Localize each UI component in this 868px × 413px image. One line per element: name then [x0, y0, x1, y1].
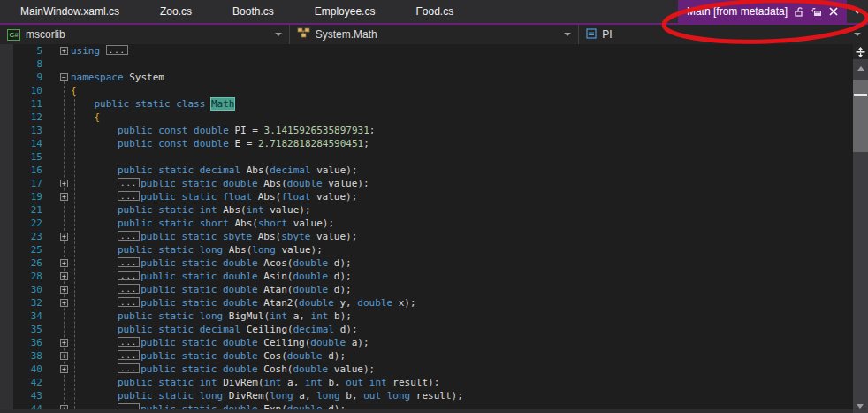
expand-region-icon[interactable]: + [60, 352, 68, 360]
keep-open-icon[interactable] [811, 7, 822, 17]
line-number: 10 [0, 84, 43, 97]
tab-mainwindow-xaml-cs[interactable]: MainWindow.xaml.cs [0, 0, 140, 23]
code-text: public static int Abs(int value); [71, 203, 311, 217]
type-dropdown[interactable]: System.Math [290, 25, 580, 44]
scroll-up-arrow-icon[interactable] [857, 66, 864, 71]
code-line: 42 public static int DivRem(int a, int b… [0, 376, 868, 389]
expand-region-icon[interactable]: + [60, 47, 68, 55]
line-number: 12 [0, 111, 43, 124]
collapsed-comment-box[interactable]: ... [118, 363, 140, 373]
line-number: 23 [0, 230, 43, 243]
tab-food-cs[interactable]: Food.cs [395, 0, 474, 23]
code-text: public static int DivRem(int a, int b, o… [71, 376, 439, 389]
active-tab-label: Math [from metadata] [687, 5, 788, 18]
expand-region-icon[interactable]: + [60, 272, 68, 280]
line-number: 32 [0, 296, 43, 310]
expand-region-icon[interactable]: + [60, 339, 68, 347]
collapsed-region-box[interactable]: ... [106, 45, 128, 55]
code-line: 40+ ...public static double Cosh(double … [0, 363, 868, 376]
code-text: using ... [71, 44, 129, 57]
code-lines: 5+using ...89−namespace System10{11 publ… [0, 44, 868, 413]
expand-region-icon[interactable]: + [60, 180, 68, 187]
code-text: ...public static double Acos(double d); [71, 256, 352, 270]
expand-region-icon[interactable]: + [60, 299, 68, 307]
navigation-bar: C# mscorlib System.Math [0, 23, 868, 44]
csharp-project-icon: C# [7, 29, 20, 41]
expand-region-icon[interactable]: + [60, 286, 68, 294]
project-dropdown[interactable]: C# mscorlib [0, 25, 290, 44]
line-number: 22 [0, 217, 43, 230]
line-number: 28 [0, 270, 43, 283]
line-number: 35 [0, 323, 43, 336]
line-number: 13 [0, 124, 43, 137]
code-text: public static decimal Abs(decimal value)… [71, 164, 358, 177]
code-line: 25 public static long Abs(long value); [0, 243, 868, 256]
line-number: 5 [0, 44, 43, 57]
collapsed-comment-box[interactable]: ... [118, 297, 140, 307]
collapsed-comment-box[interactable]: ... [118, 191, 140, 201]
scroll-down-arrow-icon[interactable] [857, 404, 864, 409]
tab-booth-cs[interactable]: Booth.cs [212, 0, 294, 23]
line-number: 9 [0, 71, 43, 84]
collapsed-comment-box[interactable]: ... [118, 257, 140, 267]
code-line: 14 public const double E = 2.71828182845… [0, 137, 868, 150]
collapsed-comment-box[interactable]: ... [118, 350, 140, 360]
field-icon [586, 28, 597, 42]
code-text: public static class Math [71, 97, 234, 111]
scrollbar-thumb[interactable] [853, 80, 868, 152]
expand-region-icon[interactable]: + [60, 365, 68, 373]
code-text: ...public static double Abs(double value… [71, 177, 369, 190]
collapse-region-icon[interactable]: − [60, 73, 68, 81]
line-number: 34 [0, 310, 43, 323]
type-dropdown-label: System.Math [316, 28, 377, 41]
code-text: public const double E = 2.71828182845904… [71, 137, 369, 150]
chevron-down-icon [275, 33, 282, 36]
inactive-tabs: MainWindow.xaml.csZoo.csBooth.csEmployee… [0, 0, 474, 23]
code-editor[interactable]: 5+using ...89−namespace System10{11 publ… [0, 44, 868, 413]
tab-employee-cs[interactable]: Employee.cs [294, 0, 396, 23]
vertical-scrollbar[interactable] [853, 44, 868, 413]
code-text: { [71, 84, 77, 97]
collapsed-comment-box[interactable]: ... [118, 178, 140, 187]
code-text: ...public static double Cosh(double valu… [71, 363, 375, 376]
editor-bottom-edge [0, 409, 853, 413]
chevron-down-icon [564, 33, 571, 36]
tab-list-chevron-down-icon[interactable] [847, 0, 868, 23]
chevron-down-icon [854, 33, 861, 36]
lock-icon [795, 7, 803, 17]
code-text: ...public static double Atan(double d); [71, 283, 352, 296]
code-line: 30+ ...public static double Atan(double … [0, 283, 868, 296]
code-line: 36+ ...public static double Ceiling(doub… [0, 336, 868, 349]
tab-bar: MainWindow.xaml.csZoo.csBooth.csEmployee… [0, 0, 868, 23]
close-icon[interactable] [829, 7, 838, 16]
expand-region-icon[interactable]: + [60, 259, 68, 267]
code-line: 17+ ...public static double Abs(double v… [0, 177, 868, 190]
code-line: 22 public static short Abs(short value); [0, 217, 868, 230]
collapsed-comment-box[interactable]: ... [118, 337, 140, 347]
tab-math-from-metadata[interactable]: Math [from metadata] [678, 0, 847, 23]
expand-region-icon[interactable]: + [60, 233, 68, 241]
code-line: 5+using ... [0, 44, 868, 57]
code-text: public static long BigMul(int a, int b); [71, 310, 352, 323]
collapsed-comment-box[interactable]: ... [118, 271, 140, 280]
line-number: 42 [0, 376, 43, 389]
split-window-handle[interactable] [853, 44, 868, 59]
code-line: 35 public static decimal Ceiling(decimal… [0, 323, 868, 336]
highlighted-class-name: Math [211, 98, 235, 110]
tab-zoo-cs[interactable]: Zoo.cs [140, 0, 212, 23]
code-text: public static short Abs(short value); [71, 217, 334, 230]
line-number: 40 [0, 363, 43, 376]
expand-region-icon[interactable]: + [60, 193, 68, 201]
code-line: 34 public static long BigMul(int a, int … [0, 310, 868, 323]
line-number: 30 [0, 283, 43, 296]
code-text: ...public static float Abs(float value); [71, 190, 357, 203]
code-line: 23+ ...public static sbyte Abs(sbyte val… [0, 230, 868, 243]
member-dropdown[interactable]: PI [579, 25, 868, 44]
code-line: 32+ ...public static double Atan2(double… [0, 296, 868, 310]
collapsed-comment-box[interactable]: ... [118, 231, 140, 241]
line-number: 25 [0, 243, 43, 256]
line-number: 16 [0, 164, 43, 177]
line-number: 43 [0, 389, 43, 402]
collapsed-comment-box[interactable]: ... [118, 284, 140, 294]
code-line: 19+ ...public static float Abs(float val… [0, 190, 868, 203]
